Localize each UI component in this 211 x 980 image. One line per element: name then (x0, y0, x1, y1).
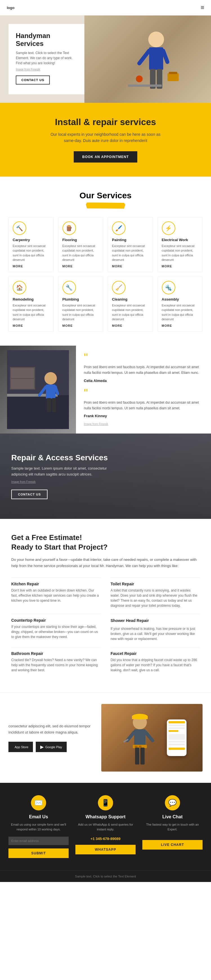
svg-rect-33 (135, 748, 139, 765)
repairs-grid: Kitchen Repair Don't live with an outdat… (11, 578, 200, 678)
svg-rect-20 (47, 398, 51, 412)
svg-rect-21 (52, 398, 56, 412)
repair-access-credit[interactable]: Image from Freepik (11, 480, 200, 484)
app-store-button[interactable]: App Store (8, 742, 33, 752)
book-appointment-button[interactable]: BOOK AN APPOINTMENT (74, 151, 137, 162)
hero-img-credit[interactable]: Image from Freepik (16, 68, 77, 71)
email-icon: ✉️ (31, 795, 46, 810)
services-title: Our Services (8, 191, 203, 200)
whatsapp-phone: +1 345-678-89089 (75, 837, 136, 841)
live-chat-button[interactable]: LIVE CHART (142, 840, 203, 850)
assembly-name: Assembly (162, 297, 198, 301)
flooring-icon: 🪵 (62, 221, 76, 235)
install-text: Our local experts in your neighborhood c… (11, 131, 200, 144)
hero-content-box: Handyman Services Sample text. Click to … (8, 24, 84, 94)
repair-access-text: Sample large text. Lorem ipsum dolor sit… (11, 466, 124, 477)
svg-point-16 (44, 372, 57, 385)
google-play-label: Google Play (45, 745, 62, 749)
countertop-repair-title: Countertop Repair (11, 618, 100, 622)
svg-line-3 (163, 51, 167, 62)
app-worker-illustration (117, 707, 162, 769)
estimate-text: Do your home and yourself a favor—update… (11, 557, 200, 569)
electrical-icon: ⚡ (162, 221, 175, 235)
google-play-button[interactable]: ▶ Google Play (36, 742, 67, 752)
email-desc: Email us using our simple form and we'll… (8, 822, 69, 832)
whatsapp-button[interactable]: WHATSAPP (75, 845, 136, 854)
cleaning-icon: 🧹 (112, 281, 125, 294)
cleaning-more[interactable]: MORE (112, 324, 149, 327)
svg-rect-8 (167, 73, 179, 81)
remodeling-name: Remodeling (13, 297, 49, 301)
plumbing-name: Plumbing (62, 297, 99, 301)
svg-rect-28 (135, 746, 138, 748)
faucet-repair-title: Faucet Repair (111, 651, 200, 656)
repair-access-title: Repair & Access Services (11, 453, 200, 462)
repair-access-contact-button[interactable]: CONTACT US (11, 490, 48, 499)
bathroom-repair-desc: Cracked tile? Drywall holes? Need a new … (11, 657, 100, 673)
flooring-more[interactable]: MORE (62, 264, 99, 268)
estimate-title: Get a Free Estimate! Ready to Start that… (11, 533, 200, 552)
hero-contact-button[interactable]: CONTACT US (16, 75, 50, 84)
live-chat-icon: 💬 (165, 795, 180, 810)
menu-icon[interactable]: ≡ (201, 4, 204, 11)
testimonials-image (0, 346, 76, 434)
footer: Sample text. Click to select the Text El… (0, 870, 211, 882)
kitchen-worker-illustration (7, 350, 69, 429)
kitchen-repair-desc: Don't live with an outdated or broken do… (11, 588, 100, 603)
worker-illustration (106, 17, 190, 102)
painting-more[interactable]: MORE (112, 264, 149, 268)
service-card-electrical: ⚡ Electrical Work Excepteur sint occaeca… (157, 217, 203, 272)
testimonials-content: " Proin sed libero enim sed faucibus tur… (76, 346, 211, 434)
flooring-name: Flooring (62, 238, 99, 242)
live-chat-desc: The fastest way to get in touch with an … (142, 822, 203, 832)
contact-section: ✉️ Email Us Email us using our simple fo… (0, 783, 211, 870)
email-input[interactable] (8, 837, 69, 845)
svg-rect-34 (140, 748, 144, 765)
app-text-content: consectetur adipiscing elit, sed do eius… (8, 723, 95, 752)
svg-rect-17 (46, 385, 56, 399)
repair-item-shower: Shower Head Repair If your showerhead is… (111, 614, 200, 641)
svg-rect-9 (169, 72, 177, 74)
plumbing-desc: Excepteur sint occaecat cupidatat non pr… (62, 303, 99, 322)
app-section: consectetur adipiscing elit, sed do eius… (0, 692, 211, 783)
email-submit-button[interactable]: SUBMIT (8, 848, 69, 858)
whatsapp-icon: 📱 (98, 795, 113, 810)
testimonial-2-author: Frank Kinney (84, 414, 203, 418)
electrical-more[interactable]: MORE (162, 264, 198, 268)
quote-icon-1: " (84, 353, 203, 361)
service-card-carpentry: 🔨 Carpentry Excepteur sint occaecat cupi… (8, 217, 54, 272)
estimate-section: Get a Free Estimate! Ready to Start that… (0, 519, 211, 692)
testimonials-credit[interactable]: Image from Freepik (84, 423, 203, 426)
remodeling-icon: 🏠 (13, 281, 26, 294)
svg-rect-1 (149, 47, 163, 70)
carpentry-more[interactable]: MORE (13, 264, 49, 268)
assembly-desc: Excepteur sint occaecat cupidatat non pr… (162, 303, 198, 322)
cleaning-name: Cleaning (112, 297, 149, 301)
carpentry-icon: 🔨 (13, 221, 26, 235)
repair-item-bathroom: Bathroom Repair Cracked tile? Drywall ho… (11, 647, 100, 673)
testimonials-section: " Proin sed libero enim sed faucibus tur… (0, 346, 211, 434)
whatsapp-title: Whatsapp Support (75, 815, 136, 819)
plumbing-more[interactable]: MORE (62, 324, 99, 327)
shower-repair-desc: If your showerhead is leaking, has low p… (111, 626, 200, 641)
shower-repair-title: Shower Head Repair (111, 618, 149, 623)
svg-point-0 (148, 32, 164, 47)
cleaning-desc: Excepteur sint occaecat cupidatat non pr… (112, 303, 149, 322)
yellow-brush-divider (86, 202, 125, 209)
testimonial-2-text: Proin sed libero enim sed faucibus turpi… (84, 400, 203, 411)
live-chat-card: 💬 Live Chat The fastest way to get in to… (142, 795, 203, 858)
carpentry-name: Carpentry (13, 238, 49, 242)
assembly-icon: 🔩 (162, 281, 175, 294)
assembly-more[interactable]: MORE (162, 324, 198, 327)
hero-image (84, 16, 211, 103)
svg-rect-26 (134, 729, 146, 746)
hero-title: Handyman Services (16, 32, 77, 48)
faucet-repair-desc: Did you know that a dripping faucet coul… (111, 657, 200, 673)
remodeling-more[interactable]: MORE (13, 324, 49, 327)
bathroom-repair-title: Bathroom Repair (11, 651, 100, 656)
services-grid: 🔨 Carpentry Excepteur sint occaecat cupi… (8, 217, 203, 332)
email-card: ✉️ Email Us Email us using our simple fo… (8, 795, 69, 858)
svg-rect-25 (132, 716, 148, 719)
kitchen-repair-title: Kitchen Repair (11, 582, 100, 586)
svg-rect-6 (128, 84, 162, 87)
